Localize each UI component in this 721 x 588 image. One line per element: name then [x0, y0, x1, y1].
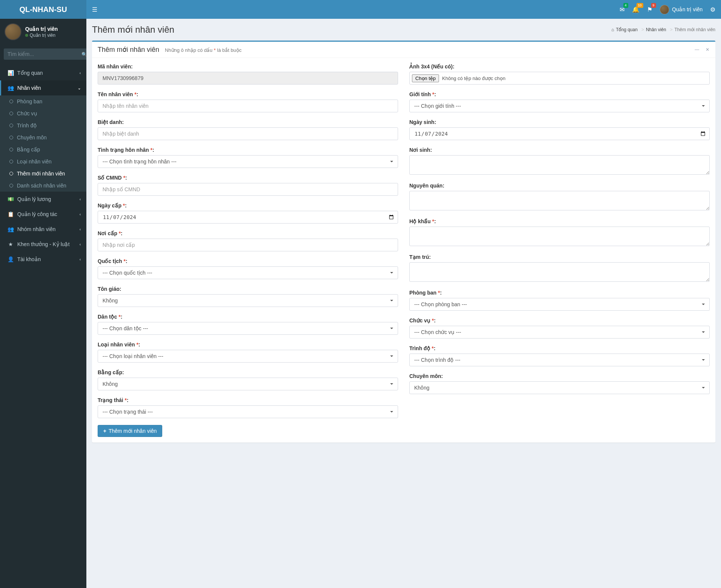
flag-badge: 9	[651, 3, 656, 8]
sidebar-item-nhan-vien[interactable]: Nhân viên Phòng ban Chức vụ Trình độ Chu…	[0, 80, 86, 192]
textarea-noi-sinh[interactable]	[409, 155, 710, 175]
label-biet-danh: Biệt danh:	[98, 119, 398, 125]
input-ten-nhan-vien[interactable]	[98, 100, 398, 112]
textarea-ho-khau[interactable]	[409, 227, 710, 246]
field-ten-nhan-vien: Tên nhân viên *:	[98, 91, 398, 112]
submenu-bang-cap[interactable]: Bằng cấp	[0, 144, 86, 156]
close-button[interactable]: ✕	[703, 45, 712, 54]
sidebar-search	[0, 45, 86, 63]
form-box: Thêm mới nhân viên Những ô nhập có dấu *…	[92, 41, 715, 443]
label-ton-giao: Tôn giáo:	[98, 286, 398, 292]
submenu-them-moi[interactable]: Thêm mới nhân viên	[0, 168, 86, 180]
select-phong-ban[interactable]: --- Chọn phòng ban ---	[409, 298, 710, 311]
label-chuyen-mon-real: Chuyên môn:	[409, 373, 710, 379]
money-icon	[7, 196, 14, 202]
chevron-left-icon	[80, 242, 81, 246]
submenu-chuyen-mon[interactable]: Chuyên môn	[0, 132, 86, 144]
chevron-left-icon	[80, 197, 81, 201]
select-hon-nhan[interactable]: --- Chọn tình trạng hôn nhân ---	[98, 155, 398, 168]
form-col-right: Ảnh 3x4 (Nếu có): Chọn tệp Không có tệp …	[409, 63, 710, 437]
file-input-wrap: Chọn tệp Không có tệp nào được chọn	[409, 72, 710, 85]
select-gioi-tinh[interactable]: --- Chọn giới tính ---	[409, 100, 710, 112]
avatar-icon	[660, 5, 669, 14]
field-bang-cap: Bằng cấp: Không	[98, 369, 398, 390]
sidebar-item-quan-ly-luong[interactable]: Quản lý lương	[0, 192, 86, 207]
select-loai-nv[interactable]: --- Chọn loại nhân viên ---	[98, 350, 398, 363]
page-title: Thêm mới nhân viên	[92, 24, 174, 35]
mail-icon[interactable]: 4	[620, 6, 624, 13]
submit-button[interactable]: Thêm mới nhân viên	[98, 425, 162, 437]
breadcrumb-home[interactable]: Tổng quan	[611, 27, 644, 32]
select-bang-cap[interactable]: Không	[98, 378, 398, 390]
field-ho-khau: Hộ khẩu *:	[409, 218, 710, 247]
breadcrumb-current: Thêm mới nhân viên	[674, 27, 715, 32]
sidebar: Quản trị viên Quản trị viên Tổng quan Nh…	[0, 19, 86, 588]
submenu-phong-ban[interactable]: Phòng ban	[0, 95, 86, 107]
label-dan-toc: Dân tộc *:	[98, 314, 398, 320]
bell-icon[interactable]: 10	[632, 6, 640, 13]
textarea-tam-tru[interactable]	[409, 262, 710, 282]
form-col-left: Mã nhân viên: Tên nhân viên *: Biệt danh…	[98, 63, 398, 437]
settings-icon[interactable]	[710, 6, 715, 13]
circle-icon	[9, 136, 13, 139]
chevron-down-icon	[78, 86, 81, 90]
label-trinh-do: Trình độ *:	[409, 345, 710, 351]
sidebar-item-quan-ly-cong-tac[interactable]: Quản lý công tác	[0, 207, 86, 222]
sidebar-item-khen-thuong[interactable]: Khen thưởng - Kỷ luật	[0, 237, 86, 252]
user-menu[interactable]: Quản trị viên	[660, 5, 703, 14]
input-cmnd[interactable]	[98, 183, 398, 196]
label-ngay-cap: Ngày cấp *:	[98, 203, 398, 209]
input-ngay-cap[interactable]	[98, 211, 398, 224]
label-loai-nv: Loại nhân viên *:	[98, 342, 398, 348]
search-button[interactable]	[77, 48, 86, 60]
search-icon	[81, 51, 86, 57]
clipboard-icon	[7, 211, 14, 217]
sidebar-item-tong-quan[interactable]: Tổng quan	[0, 65, 86, 80]
select-chuc-vu[interactable]: --- Chọn chức vụ ---	[409, 326, 710, 339]
flag-icon[interactable]: 9	[647, 6, 652, 13]
field-gioi-tinh: Giới tính *: --- Chọn giới tính ---	[409, 91, 710, 112]
plus-icon	[103, 428, 106, 434]
file-choose-button[interactable]: Chọn tệp	[412, 74, 439, 82]
sidebar-item-tai-khoan[interactable]: Tài khoản	[0, 252, 86, 267]
sidebar-user-name: Quản trị viên	[25, 26, 58, 32]
select-dan-toc[interactable]: --- Chọn dân tộc ---	[98, 322, 398, 335]
submenu-chuc-vu[interactable]: Chức vụ	[0, 107, 86, 119]
select-quoc-tich[interactable]: --- Chọn quốc tịch ---	[98, 266, 398, 279]
logo[interactable]: QL-NHAN-SU	[0, 0, 86, 19]
sidebar-menu: Tổng quan Nhân viên Phòng ban Chức vụ Tr…	[0, 65, 86, 267]
field-chuyen-mon: Chuyên môn: Không	[409, 373, 710, 394]
input-noi-cap[interactable]	[98, 239, 398, 251]
bell-badge: 10	[637, 3, 643, 8]
input-ngay-sinh[interactable]	[409, 127, 710, 140]
label-chuc-vu: Chức vụ *:	[409, 317, 710, 323]
circle-icon	[9, 148, 13, 151]
textarea-nguyen-quan[interactable]	[409, 191, 710, 210]
box-subtitle: Những ô nhập có dấu * là bắt buộc	[165, 47, 241, 53]
field-trinh-do: Trình độ *: --- Chọn trình độ ---	[409, 345, 710, 366]
submenu-danh-sach[interactable]: Danh sách nhân viên	[0, 180, 86, 192]
chevron-left-icon	[80, 212, 81, 216]
field-nguyen-quan: Nguyên quán:	[409, 183, 710, 212]
search-input[interactable]	[4, 48, 77, 60]
input-biet-danh[interactable]	[98, 127, 398, 140]
circle-icon	[9, 112, 13, 115]
select-trinh-do[interactable]: --- Chọn trình độ ---	[409, 354, 710, 366]
user-icon	[7, 256, 14, 262]
select-chuyen-mon[interactable]: Không	[409, 381, 710, 394]
select-ton-giao[interactable]: Không	[98, 294, 398, 307]
sidebar-item-nhom-nhan-vien[interactable]: Nhóm nhân viên	[0, 222, 86, 237]
label-cmnd: Số CMND *:	[98, 175, 398, 181]
box-body: Mã nhân viên: Tên nhân viên *: Biệt danh…	[92, 58, 715, 443]
submenu-trinh-do[interactable]: Trình độ	[0, 119, 86, 132]
field-ngay-cap: Ngày cấp *:	[98, 203, 398, 224]
content-header: Thêm mới nhân viên Tổng quan Nhân viên T…	[86, 19, 721, 41]
form-row: Mã nhân viên: Tên nhân viên *: Biệt danh…	[98, 63, 710, 437]
submenu-loai-nhan-vien[interactable]: Loại nhân viên	[0, 156, 86, 168]
breadcrumb-nhan-vien[interactable]: Nhân viên	[646, 27, 673, 32]
field-hon-nhan: Tình trạng hôn nhân *: --- Chọn tình trạ…	[98, 147, 398, 168]
circle-icon	[9, 124, 13, 127]
collapse-button[interactable]: —	[692, 45, 701, 54]
sidebar-toggle-icon[interactable]	[92, 6, 97, 13]
select-trang-thai[interactable]: --- Chọn trạng thái ---	[98, 405, 398, 418]
